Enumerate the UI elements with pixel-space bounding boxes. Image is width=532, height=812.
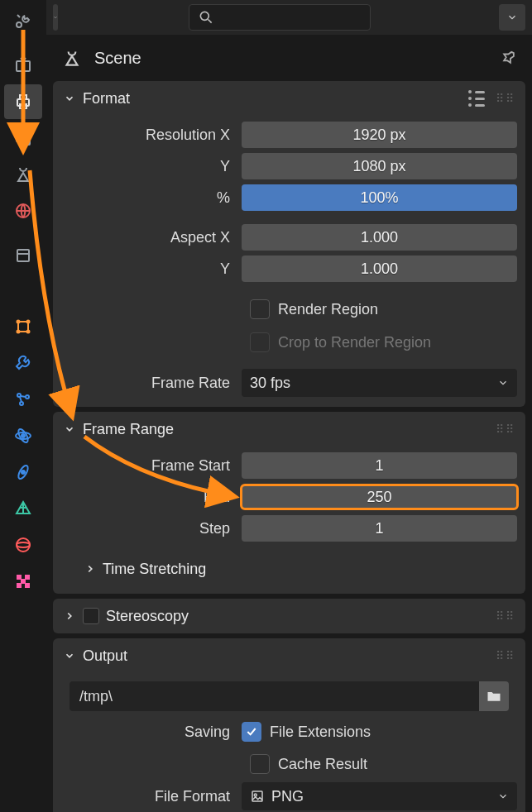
field-frame-step[interactable]: 1 xyxy=(242,515,517,542)
subpanel-time-stretching[interactable]: Time Stretching xyxy=(61,554,517,584)
options-dropdown[interactable] xyxy=(499,4,525,31)
label-frame-end: End xyxy=(61,489,235,506)
field-resolution-pct[interactable]: 100% xyxy=(242,184,517,211)
svg-point-0 xyxy=(17,22,22,27)
pin-button[interactable] xyxy=(497,46,520,69)
svg-rect-28 xyxy=(25,583,30,588)
svg-point-14 xyxy=(17,394,21,397)
chevron-down-icon xyxy=(63,423,76,436)
sidebar-item-modifier[interactable] xyxy=(4,346,42,380)
svg-point-12 xyxy=(17,331,20,333)
particles-icon xyxy=(13,389,33,409)
pin-icon xyxy=(500,49,518,67)
scene-context-icon xyxy=(61,47,83,69)
label-saving: Saving xyxy=(61,724,235,741)
globe-icon xyxy=(13,201,33,221)
panel-header-output[interactable]: Output ⠿⠿ xyxy=(53,638,525,673)
sidebar-item-world[interactable] xyxy=(4,193,42,228)
chevron-down-icon xyxy=(497,377,509,389)
images-icon xyxy=(13,128,33,148)
sidebar-item-output[interactable] xyxy=(4,84,42,119)
sidebar-item-collection[interactable] xyxy=(4,238,42,273)
drag-handle-icon[interactable]: ⠿⠿ xyxy=(496,423,515,436)
panel-header-frame-range[interactable]: Frame Range ⠿⠿ xyxy=(53,412,525,447)
svg-point-23 xyxy=(17,542,30,547)
search-input[interactable] xyxy=(189,4,371,31)
field-file-format[interactable]: PNG xyxy=(242,782,517,810)
svg-rect-6 xyxy=(20,135,30,145)
label-cache-result: Cache Result xyxy=(278,756,367,773)
sidebar-item-tool[interactable] xyxy=(4,3,42,38)
panel-title: Output xyxy=(83,647,127,665)
drag-handle-icon[interactable]: ⠿⠿ xyxy=(496,92,515,105)
svg-point-15 xyxy=(26,395,29,399)
link-icon xyxy=(13,462,33,482)
output-path-input[interactable]: /tmp\ xyxy=(69,681,479,711)
check-icon xyxy=(245,725,258,738)
sidebar-item-particles[interactable] xyxy=(4,382,42,417)
sidebar-item-mesh[interactable] xyxy=(4,491,42,526)
field-aspect-x[interactable]: 1.000 xyxy=(242,224,517,251)
editor-type-selector[interactable] xyxy=(53,4,58,31)
svg-point-17 xyxy=(22,434,25,437)
field-aspect-y[interactable]: 1.000 xyxy=(242,256,517,282)
sidebar-item-scene[interactable] xyxy=(4,157,42,192)
panel-title: Stereoscopy xyxy=(106,608,189,625)
properties-scroll: Format ⠿⠿ Resolution X 1920 px Y xyxy=(46,81,532,812)
checkbox-cache-result[interactable] xyxy=(250,754,270,774)
panel-presets-button[interactable] xyxy=(466,88,487,109)
svg-rect-1 xyxy=(17,61,30,71)
checkbox-crop-region[interactable] xyxy=(250,332,270,352)
context-title: Scene xyxy=(94,49,141,68)
label-frame-start: Frame Start xyxy=(61,457,235,475)
svg-rect-27 xyxy=(17,583,22,588)
checkbox-stereoscopy-enable[interactable] xyxy=(83,608,99,624)
field-frame-rate[interactable]: 30 fps xyxy=(242,369,517,397)
field-resolution-y[interactable]: 1080 px xyxy=(242,153,517,179)
field-frame-start[interactable]: 1 xyxy=(242,452,517,479)
properties-topbar xyxy=(46,0,532,35)
checkbox-file-extensions[interactable] xyxy=(242,722,261,742)
label-file-extensions: File Extensions xyxy=(270,724,371,741)
sidebar-item-physics[interactable] xyxy=(4,418,42,453)
properties-tab-sidebar xyxy=(0,0,46,812)
svg-point-13 xyxy=(27,331,30,333)
sidebar-item-render[interactable] xyxy=(4,48,42,83)
sidebar-item-viewlayer[interactable] xyxy=(4,121,42,155)
browse-folder-button[interactable] xyxy=(479,681,509,711)
sidebar-item-material[interactable] xyxy=(4,528,42,562)
folder-icon xyxy=(486,688,502,705)
field-frame-end[interactable]: 250 xyxy=(240,484,519,510)
svg-point-11 xyxy=(27,321,30,323)
droplet-cone-icon xyxy=(13,165,33,184)
square-select-icon xyxy=(13,317,33,337)
svg-rect-3 xyxy=(20,95,26,99)
svg-rect-9 xyxy=(18,322,28,332)
atom-icon xyxy=(13,426,33,446)
chevron-down-icon xyxy=(506,12,518,23)
sphere-icon xyxy=(13,535,33,555)
checker-icon xyxy=(13,571,33,591)
sidebar-item-object[interactable] xyxy=(4,309,42,344)
tv-icon xyxy=(13,55,33,75)
label-aspect-x: Aspect X xyxy=(61,229,235,246)
printer-icon xyxy=(13,92,33,112)
panel-stereoscopy: Stereoscopy ⠿⠿ xyxy=(53,599,525,633)
panel-header-format[interactable]: Format ⠿⠿ xyxy=(53,81,525,116)
properties-main: Scene Format ⠿⠿ xyxy=(46,0,532,812)
checkbox-render-region[interactable] xyxy=(250,299,270,319)
label-crop-region: Crop to Render Region xyxy=(278,334,431,351)
image-icon xyxy=(250,789,265,804)
sidebar-item-constraints[interactable] xyxy=(4,455,42,490)
sidebar-item-texture[interactable] xyxy=(4,564,42,599)
label-resolution-pct: % xyxy=(61,189,235,207)
subpanel-title: Time Stretching xyxy=(103,561,206,578)
drag-handle-icon[interactable]: ⠿⠿ xyxy=(496,609,515,623)
field-resolution-x[interactable]: 1920 px xyxy=(242,122,517,148)
drag-handle-icon[interactable]: ⠿⠿ xyxy=(496,649,515,662)
wrench-icon xyxy=(13,353,33,373)
svg-rect-30 xyxy=(252,791,262,801)
label-resolution-y: Y xyxy=(61,158,235,175)
panel-header-stereoscopy[interactable]: Stereoscopy ⠿⠿ xyxy=(53,599,525,633)
svg-point-31 xyxy=(254,794,256,796)
